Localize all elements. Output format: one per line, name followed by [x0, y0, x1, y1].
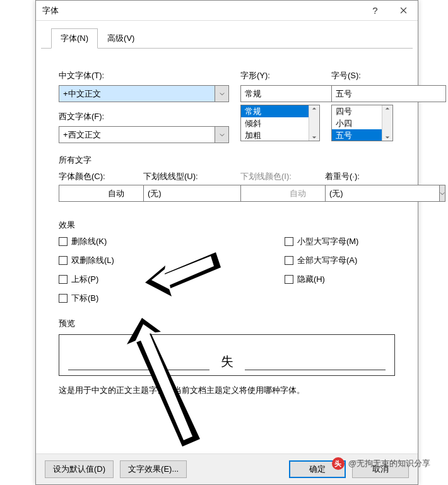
list-item[interactable]: 四号: [332, 105, 382, 117]
underline-style-select[interactable]: [143, 185, 225, 202]
cn-font-input[interactable]: [59, 85, 215, 102]
font-color-select[interactable]: [59, 185, 128, 202]
checkbox-icon: [59, 294, 68, 303]
effects-label: 效果: [59, 219, 395, 231]
underline-style-label: 下划线线型(U):: [143, 171, 225, 182]
panel-body: 中文字体(T): 西文字体(F): 字形(Y): 常规 倾斜: [36, 49, 418, 402]
preview-line: [245, 370, 386, 370]
tab-bar: 字体(N) 高级(V): [41, 21, 413, 49]
size-label: 字号(S):: [331, 70, 393, 81]
size-listbox[interactable]: 四号 小四 五号: [331, 105, 393, 141]
titlebar: 字体 ?: [36, 1, 418, 21]
chevron-down-icon[interactable]: [215, 85, 229, 102]
underline-color-select: [240, 185, 310, 202]
west-font-input[interactable]: [59, 126, 215, 143]
checkbox-subscript[interactable]: 下标(B): [59, 293, 114, 304]
checkbox-icon: [285, 237, 293, 246]
list-item[interactable]: 常规: [241, 105, 309, 117]
preview-box: 失: [59, 334, 395, 376]
checkbox-double-strikethrough[interactable]: 双删除线(L): [59, 255, 114, 266]
font-color-label: 字体颜色(C):: [59, 171, 128, 182]
watermark-logo-icon: 头: [332, 457, 345, 470]
checkbox-hidden[interactable]: 隐藏(H): [285, 274, 359, 285]
emphasis-label: 着重号(·):: [325, 171, 370, 182]
preview-text: 失: [209, 353, 245, 370]
emphasis-value[interactable]: [325, 185, 440, 202]
cn-font-label: 中文字体(T):: [59, 70, 229, 81]
set-default-button[interactable]: 设为默认值(D): [45, 460, 114, 478]
list-item[interactable]: 五号: [332, 129, 382, 141]
chevron-down-icon[interactable]: [440, 185, 445, 202]
text-effects-button[interactable]: 文字效果(E)...: [120, 460, 187, 478]
list-item[interactable]: 倾斜: [241, 117, 309, 129]
tab-advanced[interactable]: 高级(V): [98, 28, 144, 49]
size-input-wrap[interactable]: [331, 85, 393, 102]
checkbox-icon: [59, 237, 68, 246]
preview-label: 预览: [59, 318, 395, 329]
checkbox-superscript[interactable]: 上标(P): [59, 274, 114, 285]
tab-font[interactable]: 字体(N): [51, 28, 98, 49]
watermark: 头 @无拘无束的知识分享: [332, 457, 430, 470]
watermark-text: @无拘无束的知识分享: [348, 458, 430, 469]
checkbox-smallcaps[interactable]: 小型大写字母(M): [285, 236, 359, 247]
checkbox-icon: [59, 256, 68, 265]
checkbox-allcaps[interactable]: 全部大写字母(A): [285, 255, 359, 266]
size-input[interactable]: [331, 85, 446, 102]
preview-line: [68, 370, 209, 370]
checkbox-strikethrough[interactable]: 删除线(K): [59, 236, 114, 247]
style-listbox[interactable]: 常规 倾斜 加粗: [240, 105, 320, 141]
style-label: 字形(Y):: [240, 70, 320, 81]
west-font-select[interactable]: [59, 126, 229, 143]
checkbox-icon: [59, 275, 68, 284]
description-text: 这是用于中文的正文主题字体。当前文档主题定义将使用哪种字体。: [59, 385, 395, 396]
emphasis-select[interactable]: [325, 185, 370, 202]
chevron-down-icon[interactable]: [215, 126, 229, 143]
window-title: 字体: [42, 5, 361, 16]
scrollbar[interactable]: [309, 105, 319, 141]
cn-font-select[interactable]: [59, 85, 229, 102]
font-dialog: 字体 ? 字体(N) 高级(V) 中文字体(T): 西文字体(F):: [35, 0, 418, 485]
underline-color-label: 下划线颜色(I):: [240, 171, 310, 182]
list-item[interactable]: 小四: [332, 117, 382, 129]
close-button[interactable]: [389, 1, 418, 21]
style-input-wrap[interactable]: [240, 85, 320, 102]
checkbox-icon: [285, 256, 293, 265]
help-button[interactable]: ?: [361, 1, 389, 21]
scrollbar[interactable]: [382, 105, 392, 141]
checkbox-icon: [285, 275, 293, 284]
list-item[interactable]: 加粗: [241, 129, 309, 141]
all-text-label: 所有文字: [59, 155, 395, 166]
west-font-label: 西文字体(F):: [59, 111, 229, 122]
